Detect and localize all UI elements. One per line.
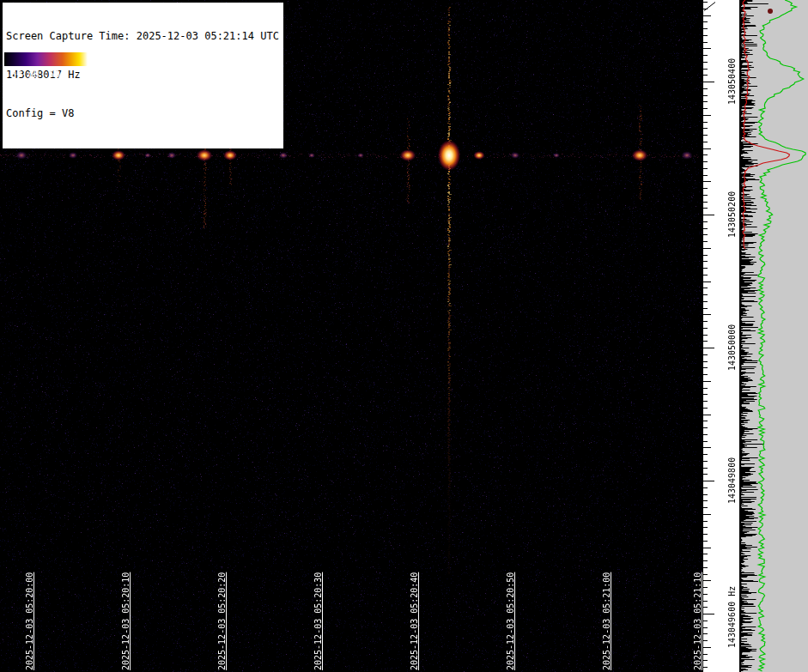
time-label: 2025-12-03 05:20:00	[25, 572, 34, 670]
color-scale-legend: -80 dB -60 -40	[4, 52, 88, 80]
freq-label: 143050400	[727, 58, 737, 105]
time-label: 2025-12-03 05:21:00	[602, 572, 611, 670]
legend-label-min: -80 dB	[5, 69, 39, 80]
freq-label: 143049600 Hz	[727, 586, 737, 648]
color-gradient-bar	[4, 52, 88, 66]
freq-label: 143049800	[727, 457, 737, 504]
legend-label-mid: -60	[43, 69, 60, 80]
time-label: 2025-12-03 05:20:20	[217, 572, 227, 670]
legend-labels: -80 dB -60 -40	[4, 69, 88, 80]
time-label: 2025-12-03 05:21:10	[693, 572, 702, 670]
time-label: 2025-12-03 05:20:40	[410, 572, 419, 670]
spectrum-lab-capture: Screen Capture Time: 2025-12-03 05:21:14…	[0, 0, 808, 672]
legend-label-max: -40	[72, 69, 89, 80]
time-label: 2025-12-03 05:20:50	[506, 572, 515, 670]
capture-time-text: Screen Capture Time: 2025-12-03 05:21:14…	[6, 30, 279, 43]
freq-label: 143050200	[727, 191, 737, 238]
freq-label: 143050000	[727, 324, 737, 371]
time-label: 2025-12-03 05:20:10	[121, 572, 131, 670]
time-label: 2025-12-03 05:20:30	[313, 572, 323, 670]
config-text: Config = V8	[6, 107, 279, 120]
